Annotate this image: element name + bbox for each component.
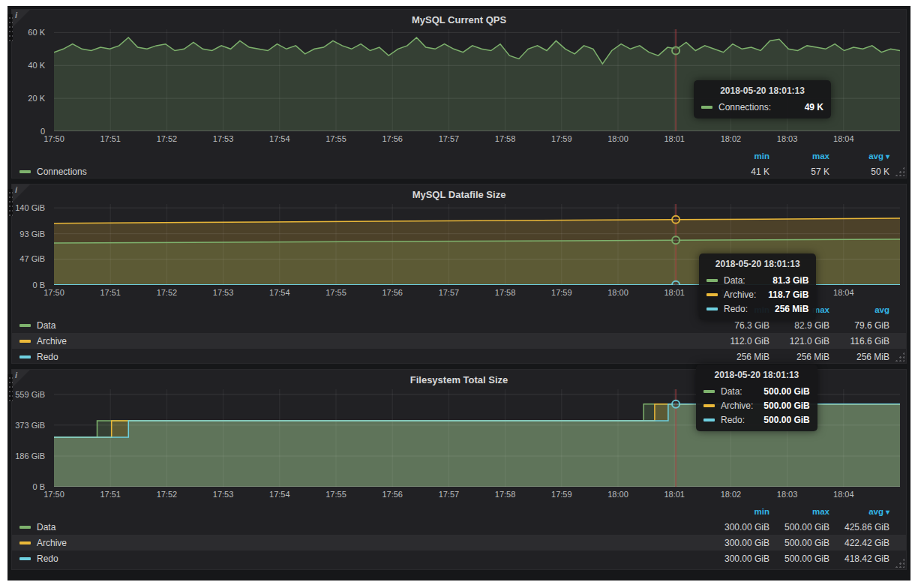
- legend-max-value: 500.00 GiB: [770, 554, 830, 564]
- x-tick-label: 17:50: [44, 134, 64, 143]
- y-axis: 0 B186 GiB373 GiB559 GiB: [12, 389, 50, 487]
- x-tick-label: 17:59: [551, 134, 572, 143]
- legend-sort-avg[interactable]: avg: [830, 305, 890, 314]
- tooltip-series-row: Redo: 500.00 GiB: [704, 412, 810, 427]
- x-tick-label: 18:01: [664, 288, 685, 297]
- legend-min-value: 300.00 GiB: [710, 522, 770, 532]
- legend-max-value: 121.0 GiB: [770, 336, 830, 346]
- y-axis: 020 K40 K60 K: [12, 29, 50, 131]
- chart-tooltip: 2018-05-20 18:01:13 Data: 500.00 GiB Arc…: [696, 364, 818, 431]
- legend-series-toggle[interactable]: Archive: [20, 538, 67, 548]
- x-axis: 17:5017:5117:5217:5317:5417:5517:5617:57…: [54, 131, 900, 145]
- legend-sort-min[interactable]: min: [710, 152, 770, 160]
- legend-max-value: 57 K: [770, 166, 830, 177]
- legend-max-value: 500.00 GiB: [770, 522, 830, 532]
- chart-tooltip: 2018-05-20 18:01:13 Connections: 49 K: [694, 80, 831, 118]
- tooltip-series-row: Redo: 256 MiB: [706, 302, 808, 316]
- legend-max-value: 256 MiB: [770, 352, 830, 362]
- legend-avg-value: 50 K: [830, 166, 890, 177]
- series-color-dash-icon: [20, 340, 31, 343]
- x-tick-label: 18:01: [664, 134, 685, 143]
- series-color-dash-icon: [706, 308, 718, 310]
- legend-series-toggle[interactable]: Redo: [20, 554, 58, 564]
- legend-avg-value: 116.6 GiB: [830, 336, 890, 346]
- legend-row-redo: Redo 256 MiB 256 MiB 256 MiB: [12, 349, 906, 364]
- x-tick-label: 18:02: [721, 490, 742, 499]
- series-color-dash-icon: [20, 557, 31, 560]
- x-tick-label: 17:58: [495, 288, 516, 297]
- legend-row-archive: Archive 112.0 GiB 121.0 GiB 116.6 GiB: [12, 333, 906, 349]
- x-tick-label: 17:53: [213, 134, 234, 143]
- x-tick-label: 17:54: [269, 134, 290, 143]
- legend-avg-value: 425.86 GiB: [830, 522, 890, 532]
- series-color-dash-icon: [20, 526, 31, 529]
- x-axis: 17:5017:5117:5217:5317:5417:5517:5617:57…: [54, 487, 900, 500]
- x-tick-label: 17:54: [269, 490, 290, 499]
- legend-row-archive: Archive 300.00 GiB 500.00 GiB 422.42 GiB: [12, 535, 906, 550]
- x-tick-label: 17:56: [382, 288, 403, 297]
- x-tick-label: 17:55: [326, 134, 346, 143]
- x-tick-label: 17:57: [439, 134, 460, 143]
- legend-series-toggle[interactable]: Data: [20, 320, 56, 331]
- x-tick-label: 17:59: [551, 490, 572, 499]
- panel-info-icon[interactable]: i: [12, 184, 30, 202]
- x-tick-label: 18:02: [721, 134, 742, 143]
- legend-avg-value: 256 MiB: [830, 352, 890, 362]
- panel-title[interactable]: MySQL Datafile Size: [12, 184, 906, 204]
- y-tick-label: 47 GiB: [20, 254, 45, 263]
- series-color-dash-icon: [706, 279, 718, 282]
- legend-sort-max[interactable]: max: [770, 152, 830, 160]
- series-color-dash-icon: [704, 404, 715, 407]
- x-tick-label: 17:53: [213, 288, 234, 297]
- legend-row-connections: Connections 41 K 57 K 50 K: [12, 164, 906, 179]
- panel-title[interactable]: MySQL Current QPS: [12, 10, 906, 29]
- tooltip-timestamp: 2018-05-20 18:01:13: [701, 86, 824, 96]
- legend-sort-avg[interactable]: avg: [830, 507, 890, 516]
- x-tick-label: 17:57: [439, 490, 460, 499]
- x-tick-label: 18:00: [608, 490, 628, 499]
- legend-series-toggle[interactable]: Data: [20, 522, 56, 532]
- legend-min-value: 76.3 GiB: [710, 320, 770, 331]
- panel-info-icon[interactable]: i: [12, 10, 30, 28]
- legend-series-toggle[interactable]: Connections: [20, 166, 87, 177]
- x-tick-label: 18:04: [833, 288, 854, 297]
- tooltip-series-row: Archive: 500.00 GiB: [704, 398, 810, 412]
- x-tick-label: 17:55: [326, 490, 346, 499]
- x-tick-label: 17:53: [213, 490, 234, 499]
- x-tick-label: 17:58: [495, 134, 516, 143]
- legend-min-value: 300.00 GiB: [710, 554, 770, 564]
- tooltip-series-row: Connections: 49 K: [701, 100, 824, 114]
- legend-series-toggle[interactable]: Redo: [20, 352, 58, 362]
- x-tick-label: 17:58: [495, 490, 516, 499]
- legend-sort-max[interactable]: max: [770, 507, 830, 516]
- x-tick-label: 17:52: [157, 134, 178, 143]
- y-tick-label: 186 GiB: [15, 452, 45, 460]
- x-tick-label: 17:51: [100, 134, 121, 143]
- legend-avg-value: 422.42 GiB: [830, 538, 890, 548]
- series-color-dash-icon: [20, 542, 31, 544]
- legend: min max avg Connections 41 K 57 K 50 K: [12, 148, 906, 179]
- series-color-dash-icon: [20, 170, 31, 173]
- x-tick-label: 18:03: [777, 134, 798, 143]
- legend-header-row: min max avg: [12, 148, 906, 164]
- x-tick-label: 17:59: [551, 288, 572, 297]
- tooltip-timestamp: 2018-05-20 18:01:13: [704, 370, 810, 380]
- y-tick-label: 60 K: [28, 28, 45, 37]
- chart-tooltip: 2018-05-20 18:01:13 Data: 81.3 GiB Archi…: [699, 254, 816, 320]
- legend-min-value: 112.0 GiB: [710, 336, 770, 346]
- x-tick-label: 18:01: [664, 490, 685, 499]
- legend-avg-value: 79.6 GiB: [830, 320, 890, 331]
- legend-sort-min[interactable]: min: [710, 507, 770, 516]
- legend-series-toggle[interactable]: Archive: [20, 336, 67, 346]
- panel-info-icon[interactable]: i: [12, 370, 30, 388]
- x-tick-label: 17:50: [44, 490, 64, 499]
- legend-max-value: 500.00 GiB: [770, 538, 830, 548]
- series-color-dash-icon: [706, 293, 718, 296]
- legend: min max avg Data 300.00 GiB 500.00 GiB 4…: [12, 503, 906, 566]
- x-tick-label: 18:04: [833, 134, 854, 143]
- x-tick-label: 17:55: [326, 288, 346, 297]
- x-tick-label: 17:52: [157, 288, 178, 297]
- legend-max-value: 82.9 GiB: [770, 320, 830, 331]
- legend-sort-avg[interactable]: avg: [830, 152, 890, 160]
- y-tick-label: 373 GiB: [15, 421, 45, 430]
